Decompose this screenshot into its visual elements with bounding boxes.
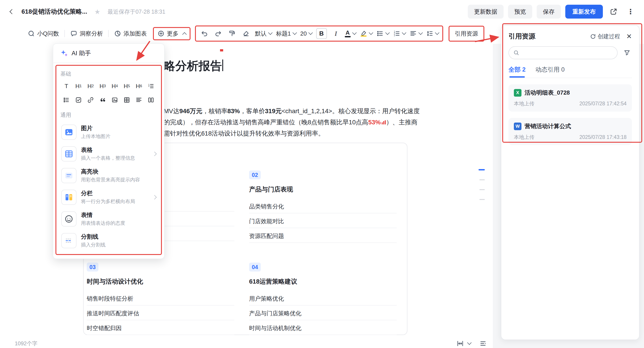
document-title: 618促销活动优化策略... [22,8,87,16]
text-cursor [222,60,223,71]
republish-button[interactable]: 重新发布 [565,5,603,18]
columns-block-button[interactable] [145,94,157,106]
doc-paragraph-line-1[interactable]: MV达946万元，核销率83%，客单价319元<chart_id_1,2,14>… [164,106,420,117]
quote-block-button[interactable] [96,94,109,106]
section-item[interactable]: 用户策略优化 [249,291,397,306]
file-timestamp: 2025/07/28 17:42:54 [580,101,626,107]
section-item[interactable]: 产品与门店策略优化 [249,306,397,320]
chevron-down-icon[interactable] [467,340,472,345]
doc-paragraph-line-3[interactable]: 需针对性优化618活动设计以提升转化效率与资源利用率。 [164,128,324,139]
tab-all[interactable]: 全部 2 [508,66,526,78]
menu-item-image[interactable]: 图片 上传本地图片 [60,121,157,143]
font-color-button[interactable]: A [345,30,356,37]
highlight-color-button[interactable] [360,30,372,37]
doc-paragraph-line-2[interactable]: 的完成），但存在活动推送与销售高峰严重错位（晚8点销售额比早10点高53% ）、… [164,117,418,128]
back-button[interactable] [7,7,17,16]
heading5-button[interactable]: H5 [121,80,133,92]
insight-analysis-button[interactable]: 洞察分析 [70,30,103,38]
section-item[interactable]: 推送时间匹配度评估 [87,306,234,320]
menu-item-columns[interactable]: 分栏 将一行分为多栏横向布局 [60,186,157,208]
menu-divider [53,62,164,63]
font-size-select[interactable]: 20 [300,30,312,37]
ordered-list-button[interactable]: 1 2 3 [393,30,406,37]
inline-chart-ref-icon [381,117,386,128]
svg-text:3: 3 [394,34,395,37]
chevron-up-icon [182,32,187,37]
table-icon [124,96,130,103]
outline-item[interactable] [480,189,485,190]
text-block-button[interactable]: T [60,80,72,92]
save-button[interactable]: 保存 [537,5,561,18]
paragraph-style-select[interactable]: 标题1 [276,30,296,38]
bullet-list-icon [376,30,384,37]
align-button[interactable] [410,30,422,37]
star-icon[interactable]: ★ [94,8,100,16]
line-spacing-button[interactable] [426,30,439,37]
more-menu-icon[interactable]: ⋮ [624,5,637,18]
doc-heading[interactable]: 略分析报告 [164,58,223,74]
share-icon[interactable] [607,5,620,18]
ask-xiaoq-button[interactable]: 小Q问数 [28,30,59,38]
word-count: 1092个字 [15,340,37,347]
reference-annotation-box: 引用资源 [448,26,484,42]
outline-item[interactable] [480,199,485,200]
menu-item-highlight-block[interactable]: 高亮块 用彩色背景来高亮提示内容 [60,164,157,186]
heading2-button[interactable]: H2 [84,80,96,92]
section-item[interactable]: 销售时段特征分析 [87,291,234,306]
close-icon[interactable]: ✕ [626,33,632,40]
undo-icon[interactable] [200,29,209,38]
reference-resources-button[interactable]: 引用资源 [453,28,480,39]
align-icon [410,30,417,37]
section-item[interactable]: 时间与活动机制优化 [249,320,397,335]
search-text-field[interactable] [522,50,613,56]
heading6-button[interactable]: H6 [133,80,145,92]
menu-item-divider[interactable]: 分割线 插入分割线 [60,230,157,252]
filter-icon[interactable] [622,48,632,58]
line-spacing-icon [426,30,433,37]
file-source: 本地上传 [514,134,534,141]
menu-item-table[interactable]: 表格 插入一个表格，整理信息 [60,143,157,164]
section-title[interactable]: 时间与活动设计优化 [87,277,234,286]
fit-width-icon[interactable] [455,338,465,348]
italic-button[interactable]: I [331,29,341,38]
outline-item-active[interactable] [478,169,485,170]
section-item[interactable]: 门店效能对比 [249,213,397,228]
link-block-button[interactable] [84,94,96,106]
outline-toggle-icon[interactable] [478,338,488,348]
file-source: 本地上传 [514,100,534,107]
file-card-excel[interactable]: X 活动明细表_0728 本地上传 2025/07/28 17:42:54 [508,84,632,112]
bullet-list-button[interactable] [376,30,389,37]
font-family-select[interactable]: 默认 [255,30,272,38]
more-insert-button[interactable]: 更多 [158,30,186,38]
heading4-button[interactable]: H4 [109,80,121,92]
todo-block-button[interactable] [72,94,84,106]
bullet-list-block-button[interactable] [60,94,72,106]
section-title[interactable]: 618运营策略建议 [249,277,397,286]
heading3-button[interactable]: H3 [96,80,109,92]
add-chart-button[interactable]: 添加图表 [114,30,147,38]
ordered-list-block-button[interactable]: 1 2 [145,80,157,92]
heading1-button[interactable]: H1 [72,80,84,92]
menu-item-emoji[interactable]: 表情 用表情表达你的态度 [60,208,157,230]
align-block-button[interactable] [133,94,145,106]
chevron-right-icon [152,195,157,200]
outline-item[interactable] [480,179,485,180]
bold-button[interactable]: B [316,28,327,39]
highlight-block-icon [61,168,76,183]
table-block-button[interactable] [121,94,133,106]
update-data-button[interactable]: 更新数据 [468,5,504,18]
section-title[interactable]: 产品与门店表现 [249,185,397,194]
image-block-button[interactable] [109,94,121,106]
format-painter-icon[interactable] [227,29,237,38]
section-item[interactable]: 品类销售分化 [249,198,397,213]
file-card-word[interactable]: W 营销活动计算公式 本地上传 2025/07/28 17:43:18 [508,118,632,145]
tab-dynamic-reference[interactable]: 动态引用 0 [536,66,565,78]
redo-icon[interactable] [213,29,223,38]
panel-search-input[interactable] [508,46,618,59]
ai-assistant-item[interactable]: AI 助手 [53,44,164,62]
section-item[interactable]: 时空错配归因 [87,320,234,335]
create-process-button[interactable]: 创建过程 [590,33,620,40]
eraser-icon[interactable] [241,29,251,38]
preview-button[interactable]: 预览 [508,5,532,18]
section-item[interactable]: 资源匹配问题 [249,228,397,243]
